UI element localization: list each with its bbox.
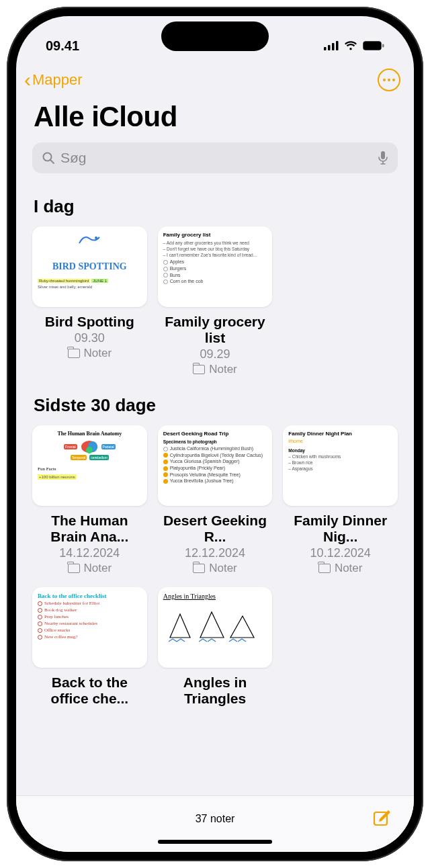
nav-bar: ‹ Mapper bbox=[16, 63, 414, 94]
battery-icon bbox=[363, 41, 384, 50]
folder-icon bbox=[68, 349, 80, 358]
svg-marker-16 bbox=[230, 616, 254, 638]
note-folder: Noter bbox=[158, 562, 273, 575]
more-options-button[interactable] bbox=[378, 69, 400, 91]
page-title: Alle iCloud bbox=[16, 94, 414, 142]
note-title: Family Dinner Nig... bbox=[283, 513, 398, 545]
svg-point-10 bbox=[95, 236, 97, 239]
microphone-icon[interactable] bbox=[378, 150, 388, 165]
svg-point-7 bbox=[44, 153, 52, 161]
svg-rect-2 bbox=[332, 43, 335, 50]
note-time: 10.12.2024 bbox=[283, 546, 398, 560]
status-time: 09.41 bbox=[46, 38, 79, 54]
note-title: Back to the office che... bbox=[32, 675, 147, 707]
compose-icon bbox=[372, 808, 392, 828]
search-input[interactable] bbox=[60, 150, 372, 166]
svg-rect-9 bbox=[381, 151, 385, 159]
note-time: 09.30 bbox=[32, 331, 147, 345]
note-card[interactable]: Family grocery list Add any other grocer… bbox=[158, 226, 273, 376]
svg-rect-0 bbox=[324, 47, 327, 50]
svg-marker-14 bbox=[170, 614, 190, 638]
screen: 09.41 ‹ Mapper Alle iCloud bbox=[16, 16, 414, 852]
svg-point-13 bbox=[86, 447, 93, 453]
note-title: Family grocery list bbox=[158, 314, 273, 346]
home-indicator[interactable] bbox=[158, 840, 272, 844]
svg-rect-3 bbox=[336, 41, 339, 50]
wifi-icon bbox=[344, 41, 357, 50]
note-title: Bird Spotting bbox=[32, 314, 147, 330]
note-title: Desert Geeking R... bbox=[158, 513, 273, 545]
cellular-icon bbox=[324, 41, 339, 50]
chevron-left-icon: ‹ bbox=[24, 70, 31, 90]
note-title: Angles in Triangles bbox=[158, 675, 273, 707]
note-thumbnail: Family Dinner Night Plan #home Monday Ch… bbox=[283, 425, 398, 506]
note-thumbnail: Family grocery list Add any other grocer… bbox=[158, 226, 273, 307]
note-thumbnail: The Human Brain Anatomy Frontal Parietal… bbox=[32, 425, 147, 506]
folder-icon bbox=[68, 564, 80, 573]
compose-button[interactable] bbox=[372, 808, 392, 831]
note-thumbnail: BIRD SPOTTING Ruby-throated hummingbird … bbox=[32, 226, 147, 307]
search-field[interactable] bbox=[32, 142, 398, 173]
svg-marker-15 bbox=[200, 612, 224, 638]
folder-icon bbox=[193, 564, 205, 573]
note-folder: Noter bbox=[32, 562, 147, 575]
note-card[interactable]: BIRD SPOTTING Ruby-throated hummingbird … bbox=[32, 226, 147, 376]
bottom-toolbar: 37 noter bbox=[16, 795, 414, 852]
back-label: Mapper bbox=[32, 71, 83, 89]
note-card[interactable]: Desert Geeking Road Trip Specimens to ph… bbox=[158, 425, 273, 575]
note-card[interactable]: Angles in Triangles Angles in Triangles bbox=[158, 587, 273, 707]
grid-today: BIRD SPOTTING Ruby-throated hummingbird … bbox=[32, 226, 398, 376]
note-thumbnail: Back to the office checklist Schedule ba… bbox=[32, 587, 147, 668]
back-button[interactable]: ‹ Mapper bbox=[24, 70, 83, 90]
folder-icon bbox=[193, 365, 205, 374]
search-icon bbox=[42, 151, 55, 165]
svg-rect-1 bbox=[328, 45, 331, 50]
device-frame: 09.41 ‹ Mapper Alle iCloud bbox=[7, 7, 423, 861]
notes-content: I dag BIRD SPOTTING Ruby-throated hummin… bbox=[16, 177, 414, 795]
notes-count: 37 noter bbox=[196, 813, 235, 825]
note-folder: Noter bbox=[32, 347, 147, 360]
search-wrap bbox=[16, 142, 414, 177]
svg-rect-5 bbox=[365, 43, 380, 49]
folder-icon bbox=[318, 564, 331, 573]
note-time: 09.29 bbox=[158, 347, 273, 361]
dynamic-island bbox=[161, 21, 269, 51]
note-thumbnail: Angles in Triangles bbox=[158, 587, 273, 668]
note-thumbnail: Desert Geeking Road Trip Specimens to ph… bbox=[158, 425, 273, 506]
status-indicators bbox=[324, 41, 384, 50]
section-header-today: I dag bbox=[34, 196, 398, 217]
note-title: The Human Brain Ana... bbox=[32, 513, 147, 545]
svg-rect-6 bbox=[382, 44, 384, 48]
note-time: 12.12.2024 bbox=[158, 546, 273, 560]
svg-line-8 bbox=[51, 161, 54, 164]
note-folder: Noter bbox=[158, 363, 273, 376]
section-header-recent: Sidste 30 dage bbox=[34, 395, 398, 416]
note-card[interactable]: Family Dinner Night Plan #home Monday Ch… bbox=[283, 425, 398, 575]
note-time: 14.12.2024 bbox=[32, 546, 147, 560]
grid-recent: The Human Brain Anatomy Frontal Parietal… bbox=[32, 425, 398, 707]
note-card[interactable]: Back to the office checklist Schedule ba… bbox=[32, 587, 147, 707]
note-folder: Noter bbox=[283, 562, 398, 575]
note-card[interactable]: The Human Brain Anatomy Frontal Parietal… bbox=[32, 425, 147, 575]
